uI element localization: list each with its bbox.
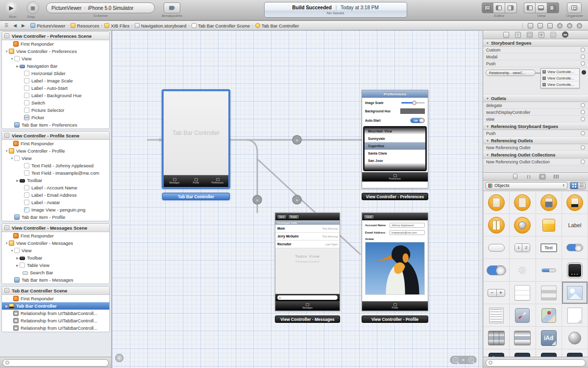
outline-item-switch[interactable]: Switch [2, 99, 109, 106]
messages-view-canvas[interactable]: New Reply Prototype Cells Mom This Morni… [275, 212, 340, 311]
library-item-gesture-recognizer-swipe[interactable] [562, 349, 588, 357]
canvas-vertical-scrollbar[interactable] [478, 30, 483, 368]
connection-well[interactable] [581, 61, 585, 66]
zoom-out-button[interactable]: − [453, 357, 458, 363]
messages-search-bar[interactable] [275, 294, 340, 301]
actual-size-button[interactable]: = [462, 358, 465, 363]
library-item-table-view[interactable] [510, 282, 535, 304]
outline-item-tab-bar-item[interactable]: Tab Bar Item - Preferences [2, 121, 109, 129]
outline-item-image-view[interactable]: Image View - penguin.png [2, 206, 109, 213]
tbc-dock-label[interactable]: Tab Bar Controller [162, 193, 230, 200]
library-item-date-picker[interactable] [510, 327, 535, 349]
message-cell[interactable]: Jerry McGuire This Morning [275, 233, 340, 240]
connections-mini-icon[interactable] [577, 23, 582, 28]
outline-item-first-responder[interactable]: First Responder [2, 140, 109, 147]
outline-item-view[interactable]: ▼View [2, 155, 109, 162]
breadcrumb-xib-files[interactable]: XIB Files [104, 23, 129, 28]
library-item-navigation-controller[interactable] [536, 191, 562, 213]
section-outlets[interactable]: ▼ Outlets [483, 95, 588, 102]
attributes-inspector-button[interactable] [527, 32, 533, 38]
breadcrumb-resources[interactable]: Resources [71, 23, 99, 28]
profile-dock-label[interactable]: View Controller - Profile [362, 315, 428, 323]
reply-button[interactable]: Reply [288, 214, 299, 219]
outline-item-first-responder[interactable]: First Responder [2, 40, 109, 48]
quick-help-mini-icon[interactable] [538, 23, 543, 28]
outline-item-tab-bar-item[interactable]: Tab Bar Item - Messages [2, 276, 109, 284]
section-referencing-outlet-collections[interactable]: ▼ Referencing Outlet Collections [483, 151, 588, 158]
penguin-image[interactable] [365, 242, 425, 295]
forward-button[interactable]: ▶ [19, 23, 27, 28]
outline-item-view-controller[interactable]: ▼View Controller - Profile [2, 147, 109, 155]
connected-view-controller[interactable]: ×View Controlle... [541, 81, 579, 88]
connection-well[interactable] [581, 103, 585, 107]
size-mini-icon[interactable] [567, 23, 572, 28]
profile-view-canvas[interactable]: Clear Account Name Johnny Appleseed Emai… [362, 212, 428, 311]
library-item-web-view[interactable] [510, 304, 535, 326]
library-item-gesture-recognizer-tap[interactable] [484, 349, 509, 357]
back-button[interactable]: ◀ [11, 23, 19, 28]
standard-editor-button[interactable] [482, 2, 493, 13]
identity-mini-icon[interactable] [547, 23, 553, 28]
object-library-button[interactable] [539, 174, 546, 180]
connection-well[interactable] [581, 145, 585, 150]
size-inspector-button[interactable] [539, 32, 544, 38]
city-picker[interactable]: Mountain View Sunnyvale Cupertino Santa … [363, 126, 427, 171]
library-item-stepper[interactable]: −+ [484, 282, 509, 304]
connections-inspector-button[interactable] [562, 31, 568, 38]
breadcrumb-scene[interactable]: Tab Bar Controller Scene [192, 23, 250, 28]
file-inspector-button[interactable] [503, 32, 509, 38]
outline-item-label-background-hue[interactable]: Label - Background Hue [2, 92, 109, 99]
scene-header-tab-bar-controller[interactable]: Tab Bar Controller Scene [2, 287, 109, 295]
library-filter-field[interactable] [486, 359, 586, 367]
outline-item-first-responder[interactable]: First Responder [2, 232, 109, 239]
image-scale-slider[interactable] [401, 101, 425, 105]
background-hue-swatch[interactable] [400, 108, 425, 114]
library-item-picker-view[interactable] [484, 327, 509, 349]
picker-row-selected[interactable]: Cupertino [365, 142, 425, 150]
outline-item-horizontal-slider[interactable]: Horizontal Slider [2, 70, 109, 77]
file-template-library-button[interactable] [512, 174, 518, 180]
outline-item-toolbar[interactable]: ▶Toolbar [2, 254, 109, 262]
section-referencing-storyboard-segues[interactable]: ▼ Referencing Storyboard Segues [483, 123, 588, 130]
tab-bar-controller-canvas[interactable]: Tab Bar Controller Messages Profile Pref… [162, 90, 230, 188]
file-inspector-mini-icon[interactable] [528, 23, 533, 28]
version-editor-button[interactable] [505, 2, 517, 13]
outline-item-view[interactable]: ▼View [2, 55, 109, 62]
media-library-button[interactable] [553, 174, 560, 180]
outline-item-picker[interactable]: Picker [2, 114, 109, 121]
outline-scroll-area[interactable]: View Controller - Preferences Scene Firs… [0, 30, 111, 357]
library-item-scroll-view[interactable] [562, 304, 588, 326]
connection-well[interactable] [581, 131, 585, 135]
storyboard-canvas[interactable]: » » » Tab Bar Controller Messages Profil… [112, 30, 483, 368]
outline-item-picture-selector[interactable]: Picture Selector [2, 106, 109, 114]
picker-row[interactable]: Sunnyvale [365, 135, 425, 142]
messages-dock-label[interactable]: View Controller - Messages [275, 315, 340, 323]
connection-well[interactable] [581, 159, 585, 164]
collapse-outline-button[interactable]: ‹ [115, 354, 123, 362]
picker-row[interactable]: Santa Clara [365, 150, 425, 157]
outline-item-view[interactable]: ▼View [2, 247, 109, 254]
library-item-page-control[interactable] [562, 259, 588, 281]
outline-item-tab-bar-controller[interactable]: ▶Tab Bar Controller [2, 302, 109, 310]
library-item-text-view[interactable] [484, 304, 509, 326]
outline-item-relationship-1[interactable]: Relationship from UITabBarControll... [2, 310, 109, 317]
library-item-object[interactable] [536, 214, 562, 236]
library-category-select[interactable]: Objects ⇕ [486, 182, 567, 189]
section-storyboard-segues[interactable]: ▼ Storyboard Segues [483, 39, 588, 47]
library-item-table-view-controller[interactable] [510, 191, 535, 213]
run-button[interactable]: ▶ [5, 1, 18, 14]
library-item-round-rect-button[interactable] [484, 237, 509, 259]
outline-item-navigation-bar[interactable]: ▶Navigation Bar [2, 62, 109, 70]
connection-well[interactable] [581, 54, 585, 59]
section-referencing-outlets[interactable]: ▼ Referencing Outlets [483, 137, 588, 144]
library-item-view-controller[interactable] [484, 191, 509, 213]
breadcrumb-project[interactable]: PictureViewer [30, 23, 65, 28]
connection-well[interactable] [581, 110, 585, 114]
assistant-editor-button[interactable] [493, 2, 505, 13]
attributes-mini-icon[interactable] [557, 23, 563, 28]
stop-button[interactable]: ◼ [26, 1, 39, 14]
outline-item-label-image-scale[interactable]: Label - Image Scale [2, 77, 109, 84]
grid-view-button[interactable] [570, 182, 578, 189]
outline-item-relationship-2[interactable]: Relationship from UITabBarControll... [2, 317, 109, 324]
breadcrumb-tab-bar-controller[interactable]: Tab Bar Controller [255, 23, 299, 28]
